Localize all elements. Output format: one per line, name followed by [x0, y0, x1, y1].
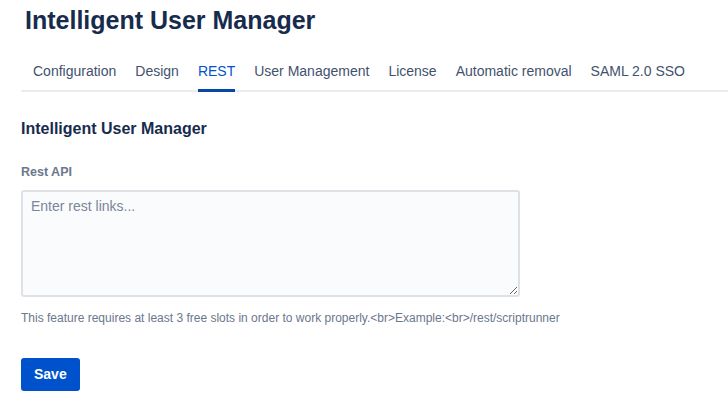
section-heading: Intelligent User Manager — [21, 119, 728, 138]
tab-configuration[interactable]: Configuration — [33, 63, 116, 90]
tab-automatic-removal[interactable]: Automatic removal — [456, 63, 572, 90]
tab-saml-sso[interactable]: SAML 2.0 SSO — [591, 63, 685, 90]
tab-rest[interactable]: REST — [198, 63, 235, 90]
tab-license[interactable]: License — [388, 63, 436, 90]
tab-design[interactable]: Design — [135, 63, 179, 90]
page-title: Intelligent User Manager — [25, 4, 728, 36]
rest-api-label: Rest API — [21, 165, 728, 180]
save-button[interactable]: Save — [21, 358, 80, 391]
rest-links-textarea[interactable] — [21, 190, 520, 297]
settings-page: Intelligent User Manager Configuration D… — [0, 4, 728, 411]
rest-api-help-text: This feature requires at least 3 free sl… — [21, 311, 531, 325]
tab-user-management[interactable]: User Management — [254, 63, 369, 90]
tab-bar: Configuration Design REST User Managemen… — [21, 63, 728, 92]
